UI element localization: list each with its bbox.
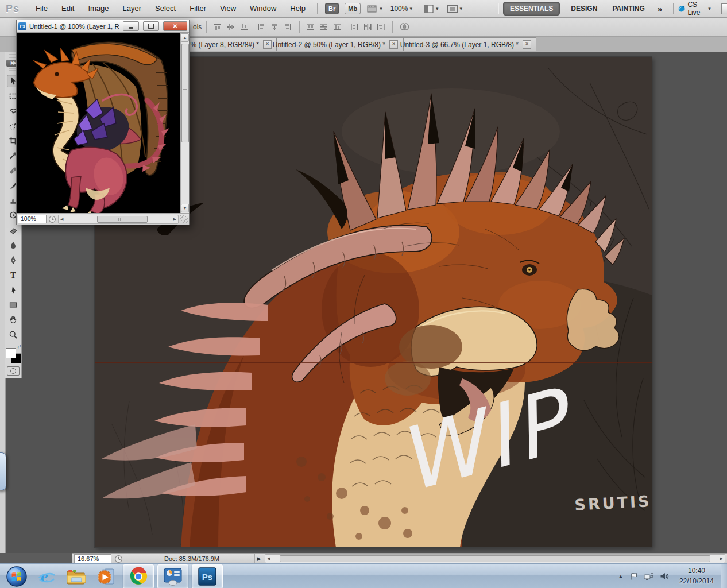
menu-select[interactable]: Select: [148, 0, 183, 17]
launch-bridge-button[interactable]: Br: [325, 3, 339, 14]
zoom-tool[interactable]: [7, 328, 20, 341]
minimize-button[interactable]: [721, 3, 727, 14]
horizontal-scrollbar[interactable]: ◀ ▶: [58, 215, 179, 224]
scrollbar-thumb[interactable]: [280, 555, 710, 562]
document-size-info[interactable]: Doc: 85.3M/176.9M: [129, 554, 255, 563]
resize-grip[interactable]: [180, 215, 188, 223]
shape-tool[interactable]: [7, 299, 20, 311]
vertical-scrollbar[interactable]: ▲ ▼: [180, 33, 189, 213]
chevron-down-icon[interactable]: ▾: [380, 6, 382, 11]
menu-edit[interactable]: Edit: [55, 0, 81, 17]
volume-icon[interactable]: [660, 572, 669, 581]
minimize-button[interactable]: [123, 21, 139, 31]
menu-help[interactable]: Help: [283, 0, 312, 17]
windows-explorer-icon[interactable]: [63, 565, 90, 588]
divider: [206, 21, 207, 33]
scroll-left-icon[interactable]: ◀: [265, 556, 272, 561]
floating-window-titlebar[interactable]: Ps Untitled-1 @ 100% (Layer 1, RGB...: [17, 20, 189, 33]
swap-colors-icon[interactable]: ⇄: [17, 344, 21, 349]
status-menu-arrow-icon[interactable]: ▶: [255, 556, 263, 562]
view-extras-icon[interactable]: [367, 5, 378, 13]
arrange-documents-icon[interactable]: [424, 5, 434, 13]
menu-window[interactable]: Window: [243, 0, 283, 17]
floating-document-window[interactable]: Ps Untitled-1 @ 100% (Layer 1, RGB...: [16, 20, 190, 225]
media-player-icon[interactable]: [93, 565, 119, 588]
tab-untitled-2[interactable]: Untitled-2 @ 50% (Layer 1, RGB/8) *: [277, 37, 403, 51]
pen-tool[interactable]: [7, 254, 20, 266]
close-tab-icon[interactable]: [523, 40, 531, 49]
close-tab-icon[interactable]: [389, 40, 398, 49]
screen-mode-icon[interactable]: [447, 5, 458, 13]
network-icon[interactable]: [644, 572, 654, 581]
workspace-overflow-chevron[interactable]: »: [651, 2, 668, 16]
eraser-tool[interactable]: [7, 224, 20, 237]
auto-align-layers-icon[interactable]: [399, 22, 410, 31]
hidden-panel-drawer-tab[interactable]: [0, 452, 6, 490]
zoom-field[interactable]: 100%: [18, 215, 47, 223]
workspace-painting[interactable]: PAINTING: [606, 2, 651, 15]
align-vertical-centers-icon[interactable]: [226, 22, 236, 31]
scroll-right-icon[interactable]: ▶: [718, 556, 725, 561]
photoshop-logo: Ps: [6, 3, 20, 15]
scroll-down-icon[interactable]: ▼: [181, 204, 189, 212]
quick-mask-button[interactable]: [7, 366, 20, 376]
menu-image[interactable]: Image: [81, 0, 115, 17]
app-zoom-level[interactable]: 100%: [390, 5, 408, 13]
distribute-left-edges-icon[interactable]: [350, 22, 359, 31]
red-guide-line: [95, 362, 652, 363]
tab-untitled-3[interactable]: Untitled-3 @ 66.7% (Layer 1, RGB/8) *: [403, 37, 536, 51]
workspace-essentials[interactable]: ESSENTIALS: [503, 2, 560, 16]
status-clock-icon[interactable]: [48, 215, 56, 223]
align-horizontal-centers-icon[interactable]: [270, 22, 280, 31]
floating-window-title: Untitled-1 @ 100% (Layer 1, RGB...: [29, 23, 119, 30]
scrollbar-thumb[interactable]: [97, 216, 148, 223]
distribute-bottom-edges-icon[interactable]: [332, 22, 342, 31]
distribute-top-edges-icon[interactable]: [306, 22, 316, 31]
chrome-icon[interactable]: [123, 564, 154, 588]
action-center-flag-icon[interactable]: [629, 572, 638, 581]
taskbar-clock[interactable]: 10:40 22/10/2014: [675, 566, 718, 586]
scroll-right-icon[interactable]: ▶: [172, 217, 178, 222]
internet-explorer-icon[interactable]: e: [33, 565, 60, 588]
chevron-down-icon[interactable]: ▾: [409, 6, 412, 11]
chevron-down-icon[interactable]: ▾: [459, 6, 462, 11]
path-select-tool[interactable]: [7, 284, 20, 296]
launch-minibridge-button[interactable]: Mb: [345, 3, 361, 14]
scroll-up-icon[interactable]: ▲: [181, 33, 189, 42]
show-transform-controls-label-fragment[interactable]: ols: [193, 23, 202, 31]
display-settings-icon[interactable]: [157, 564, 188, 588]
hidden-icons-chevron[interactable]: ▲: [618, 573, 624, 579]
align-left-edges-icon[interactable]: [257, 22, 266, 31]
status-zoom-field[interactable]: 16.67%: [74, 554, 111, 563]
close-icon[interactable]: [163, 21, 187, 31]
distribute-vertical-centers-icon[interactable]: [319, 22, 329, 31]
workspace-design[interactable]: DESIGN: [564, 2, 604, 15]
canvas-horizontal-scrollbar[interactable]: ◀ ▶: [265, 554, 725, 563]
menu-file[interactable]: File: [29, 0, 55, 17]
chevron-down-icon[interactable]: ▾: [436, 6, 439, 11]
show-desktop-button[interactable]: [721, 564, 727, 588]
align-right-edges-icon[interactable]: [283, 22, 293, 31]
menu-view[interactable]: View: [213, 0, 243, 17]
align-bottom-edges-icon[interactable]: [239, 22, 249, 31]
distribute-horizontal-centers-icon[interactable]: [363, 22, 373, 31]
type-tool[interactable]: T: [7, 269, 20, 281]
menu-layer[interactable]: Layer: [116, 0, 149, 17]
distribute-right-edges-icon[interactable]: [376, 22, 386, 31]
maximize-button[interactable]: [143, 21, 159, 31]
divider: [317, 3, 318, 14]
status-clock-icon[interactable]: [114, 555, 123, 563]
reference-dragon-artwork[interactable]: [17, 33, 180, 213]
close-tab-icon[interactable]: [263, 40, 272, 49]
align-top-edges-icon[interactable]: [213, 22, 223, 31]
photoshop-taskbar-icon[interactable]: Ps: [192, 564, 223, 588]
menu-filter[interactable]: Filter: [183, 0, 213, 17]
hand-tool[interactable]: [7, 314, 20, 326]
scrollbar-thumb[interactable]: [181, 44, 189, 142]
scroll-left-icon[interactable]: ◀: [59, 217, 65, 222]
foreground-color-swatch[interactable]: [6, 348, 16, 358]
blur-tool[interactable]: [7, 239, 20, 252]
start-button[interactable]: [3, 565, 30, 588]
cs-live-button[interactable]: CS Live ▾: [678, 1, 714, 17]
tab-label: Untitled-2 @ 50% (Layer 1, RGB/8) *: [273, 41, 385, 49]
